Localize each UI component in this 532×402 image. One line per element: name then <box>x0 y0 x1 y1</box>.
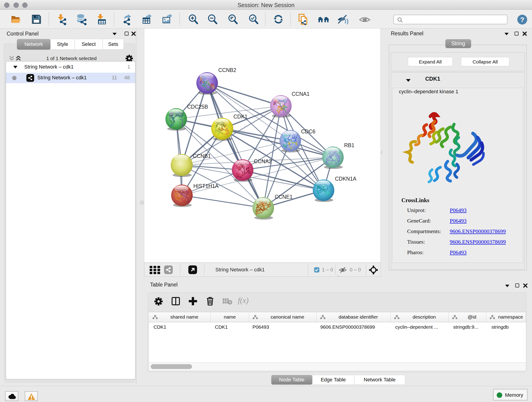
svg-text:CDK1: CDK1 <box>234 114 247 120</box>
svg-text:CCNB1: CCNB1 <box>193 153 211 159</box>
svg-text:CDC6: CDC6 <box>301 128 316 134</box>
svg-text:CCNB2: CCNB2 <box>218 67 236 73</box>
svg-text:CDC25B: CDC25B <box>187 104 208 110</box>
svg-text:CCNA1: CCNA1 <box>292 91 310 97</box>
svg-text:HIST1H1A: HIST1H1A <box>193 183 219 189</box>
svg-text:CDKN1A: CDKN1A <box>335 176 356 182</box>
svg-text:CCNE1: CCNE1 <box>275 194 293 200</box>
svg-text:CCNA2: CCNA2 <box>254 158 272 164</box>
svg-text:RB1: RB1 <box>344 142 355 148</box>
